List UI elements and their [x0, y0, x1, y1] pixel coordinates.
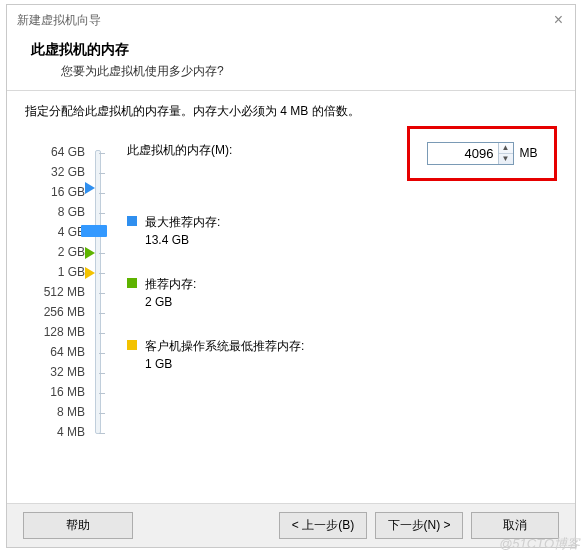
rec-value: 2 GB: [145, 293, 196, 311]
slider-label: 64 GB: [25, 142, 85, 162]
square-blue-icon: [127, 216, 137, 226]
slider-label: 2 GB: [25, 242, 85, 262]
instruction-text: 指定分配给此虚拟机的内存量。内存大小必须为 4 MB 的倍数。: [25, 103, 557, 120]
page-title: 此虚拟机的内存: [31, 41, 565, 59]
memory-slider[interactable]: [87, 142, 109, 442]
back-button[interactable]: < 上一步(B): [279, 512, 367, 539]
memory-area: 64 GB32 GB16 GB8 GB4 GB2 GB1 GB512 MB256…: [25, 142, 557, 442]
max-rec-value: 13.4 GB: [145, 231, 220, 249]
rec-marker-icon: [85, 247, 95, 259]
rec-label: 推荐内存:: [145, 275, 196, 293]
max-recommendation: 最大推荐内存: 13.4 GB: [127, 213, 557, 249]
slider-label: 512 MB: [25, 282, 85, 302]
max-marker-icon: [85, 182, 95, 194]
min-recommendation: 客户机操作系统最低推荐内存: 1 GB: [127, 337, 557, 373]
slider-label: 4 MB: [25, 422, 85, 442]
window-title: 新建虚拟机向导: [17, 12, 101, 29]
slider-label: 64 MB: [25, 342, 85, 362]
next-button[interactable]: 下一步(N) >: [375, 512, 463, 539]
close-icon[interactable]: ×: [548, 12, 569, 28]
memory-spinner[interactable]: ▲ ▼: [427, 142, 514, 165]
cancel-button[interactable]: 取消: [471, 512, 559, 539]
spinner-down-icon[interactable]: ▼: [499, 154, 513, 164]
spinner-buttons[interactable]: ▲ ▼: [498, 143, 513, 164]
memory-unit: MB: [520, 146, 538, 160]
banner: 此虚拟机的内存 您要为此虚拟机使用多少内存?: [7, 35, 575, 90]
slider-label: 1 GB: [25, 262, 85, 282]
max-rec-label: 最大推荐内存:: [145, 213, 220, 231]
help-button[interactable]: 帮助: [23, 512, 133, 539]
memory-input[interactable]: [428, 143, 498, 164]
slider-label: 256 MB: [25, 302, 85, 322]
min-rec-label: 客户机操作系统最低推荐内存:: [145, 337, 304, 355]
square-yellow-icon: [127, 340, 137, 350]
slider-thumb[interactable]: [81, 225, 107, 237]
button-bar: 帮助 < 上一步(B) 下一步(N) > 取消: [7, 503, 575, 547]
right-column: 此虚拟机的内存(M): ▲ ▼ MB: [109, 142, 557, 373]
wizard-dialog: 新建虚拟机向导 × 此虚拟机的内存 您要为此虚拟机使用多少内存? 指定分配给此虚…: [6, 4, 576, 548]
spinner-up-icon[interactable]: ▲: [499, 143, 513, 154]
page-subtitle: 您要为此虚拟机使用多少内存?: [61, 63, 565, 80]
slider-labels: 64 GB32 GB16 GB8 GB4 GB2 GB1 GB512 MB256…: [25, 142, 85, 442]
title-bar: 新建虚拟机向导 ×: [7, 5, 575, 35]
slider-label: 8 MB: [25, 402, 85, 422]
body: 指定分配给此虚拟机的内存量。内存大小必须为 4 MB 的倍数。 64 GB32 …: [7, 91, 575, 450]
slider-label: 32 MB: [25, 362, 85, 382]
slider-label: 32 GB: [25, 162, 85, 182]
memory-input-highlight: ▲ ▼ MB: [407, 126, 557, 181]
slider-label: 8 GB: [25, 202, 85, 222]
slider-label: 16 GB: [25, 182, 85, 202]
min-marker-icon: [85, 267, 95, 279]
slider-label: 16 MB: [25, 382, 85, 402]
slider-label: 128 MB: [25, 322, 85, 342]
square-green-icon: [127, 278, 137, 288]
recommended: 推荐内存: 2 GB: [127, 275, 557, 311]
min-rec-value: 1 GB: [145, 355, 304, 373]
slider-label: 4 GB: [25, 222, 85, 242]
